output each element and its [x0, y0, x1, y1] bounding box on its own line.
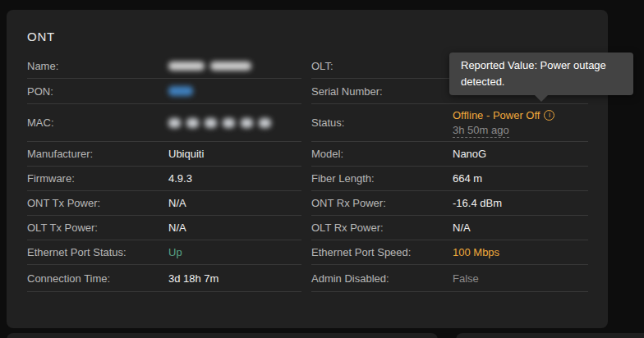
info-circle-icon[interactable] — [544, 110, 554, 121]
field-label: Status: — [311, 116, 453, 129]
field-value: Ubiquiti — [168, 148, 204, 160]
field-value: N/A — [168, 222, 186, 234]
row-firmware: Firmware: 4.9.3 — [27, 167, 301, 191]
next-card-right-partial — [456, 333, 644, 338]
ethernet-status-value: Up — [168, 246, 182, 258]
field-label: OLT: — [311, 60, 453, 72]
row-ont-rx-power: ONT Rx Power: -16.4 dBm — [311, 191, 588, 216]
row-connection-time: Connection Time: 3d 18h 7m — [27, 265, 301, 292]
field-label: Ethernet Port Status: — [27, 246, 168, 258]
page-title: ONT — [27, 30, 55, 43]
field-value: N/A — [453, 222, 471, 234]
field-label: ONT Rx Power: — [311, 197, 453, 209]
field-label: Fiber Length: — [311, 172, 453, 185]
redacted-text-blob — [168, 62, 251, 71]
field-label: OLT Tx Power: — [27, 222, 168, 234]
row-ont-tx-power: ONT Tx Power: N/A — [27, 191, 301, 216]
field-value: 3d 18h 7m — [168, 272, 218, 285]
field-label: Admin Disabled: — [311, 272, 453, 285]
redacted-link-blob — [168, 86, 193, 96]
row-status: Status: Offline - Power Off 3h 50m ago — [311, 104, 588, 142]
field-label: Firmware: — [27, 172, 168, 185]
row-model: Model: NanoG — [311, 142, 588, 167]
field-label: Name: — [27, 60, 168, 72]
pon-link-redacted[interactable] — [168, 86, 193, 96]
row-olt-tx-power: OLT Tx Power: N/A — [27, 216, 301, 240]
field-label: Model: — [311, 148, 453, 160]
status-timestamp[interactable]: 3h 50m ago — [453, 123, 509, 138]
admin-disabled-value: False — [453, 272, 479, 285]
mac-value-redacted — [168, 118, 271, 128]
row-ethernet-port-status: Ethernet Port Status: Up — [27, 240, 301, 265]
row-olt-rx-power: OLT Rx Power: N/A — [311, 216, 588, 240]
field-label: Connection Time: — [27, 272, 168, 285]
status-badge: Offline - Power Off — [453, 107, 540, 123]
row-ethernet-port-speed: Ethernet Port Speed: 100 Mbps — [311, 240, 588, 265]
field-value: N/A — [168, 197, 186, 209]
next-card-left-partial — [7, 333, 438, 338]
ethernet-speed-value: 100 Mbps — [453, 246, 499, 258]
field-label: Ethernet Port Speed: — [311, 246, 453, 258]
field-label: OLT Rx Power: — [311, 222, 453, 234]
field-label: ONT Tx Power: — [27, 197, 168, 209]
row-manufacturer: Manufacturer: Ubiquiti — [27, 142, 301, 167]
row-admin-disabled: Admin Disabled: False — [311, 265, 588, 292]
field-value: -16.4 dBm — [453, 197, 502, 209]
row-fiber-length: Fiber Length: 664 m — [311, 167, 588, 191]
field-value: NanoG — [453, 148, 486, 160]
field-value: 664 m — [453, 172, 482, 185]
row-mac: MAC: — [27, 104, 301, 142]
status-cell: Offline - Power Off 3h 50m ago — [453, 107, 554, 138]
field-label: Manufacturer: — [27, 148, 168, 160]
status-tooltip: Reported Value: Power outage detected. — [449, 53, 633, 95]
tooltip-text: Reported Value: Power outage detected. — [461, 59, 606, 88]
row-name: Name: — [27, 53, 301, 79]
tooltip-caret — [535, 95, 548, 102]
field-label: MAC: — [27, 116, 168, 129]
field-value: 4.9.3 — [168, 172, 192, 185]
name-value-redacted — [168, 62, 251, 71]
left-column: Name: PON: MAC: — [27, 53, 301, 292]
redacted-mac-blob — [168, 118, 271, 128]
row-pon: PON: — [27, 79, 301, 104]
field-label: Serial Number: — [311, 85, 453, 98]
field-label: PON: — [27, 85, 168, 98]
